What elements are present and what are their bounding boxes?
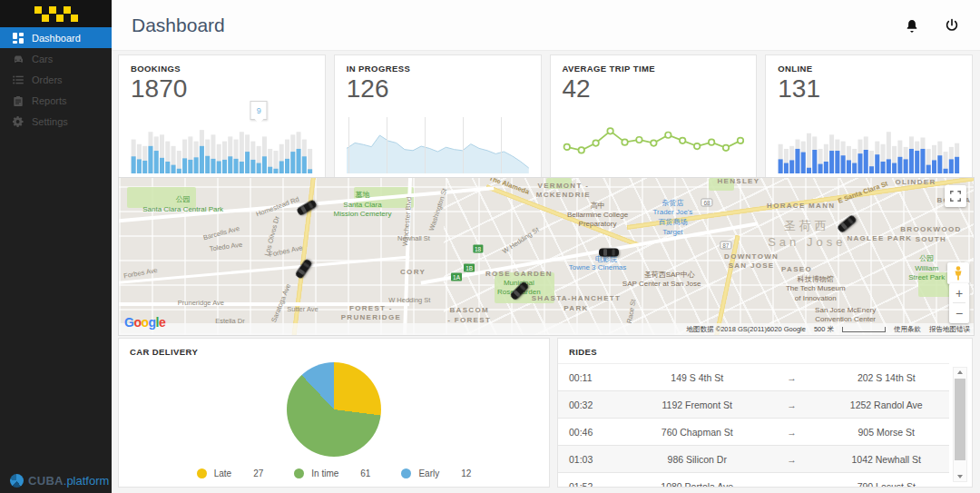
- sidebar-item-settings[interactable]: Settings: [0, 111, 112, 132]
- ride-to-cell: 202 S 14th St: [824, 372, 950, 383]
- card-online-value: 131: [778, 75, 960, 104]
- legend-value: 27: [253, 468, 263, 478]
- ride-from-cell: 1192 Fremont St: [634, 399, 760, 410]
- arrow-icon: →: [760, 399, 824, 410]
- card-online-title: ONLINE: [778, 64, 960, 74]
- chart-gridline: [463, 117, 464, 173]
- legend-value: 12: [461, 468, 471, 478]
- chart-gridline: [425, 117, 426, 173]
- bookings-bar-chart[interactable]: 9: [131, 126, 313, 173]
- sidebar-item-label: Orders: [32, 74, 63, 85]
- sidebar-item-orders[interactable]: Orders: [0, 69, 112, 90]
- table-row[interactable]: 01:03986 Silicon Dr→1042 Newhall St: [558, 446, 949, 473]
- scrollbar-up-arrow[interactable]: [954, 368, 966, 377]
- ride-time-cell: 00:11: [558, 372, 634, 383]
- arrow-icon: →: [760, 427, 824, 438]
- rides-scrollbar[interactable]: [953, 367, 967, 482]
- ride-from-cell: 149 S 4th St: [634, 372, 760, 383]
- map-attribution: 地图数据 ©2018 GS(2011)6020 Google 500 米 使用条…: [119, 323, 974, 335]
- ride-from-cell: 986 Silicon Dr: [634, 454, 760, 465]
- header: Dashboard: [112, 0, 980, 51]
- sidebar-item-reports[interactable]: Reports: [0, 90, 112, 111]
- map-zoom-in-button[interactable]: +: [949, 283, 969, 303]
- arrow-icon: →: [760, 372, 824, 383]
- card-bookings: BOOKINGS 1870 9: [118, 54, 326, 180]
- logout-power-icon[interactable]: [944, 17, 960, 34]
- chart-gridline: [348, 117, 349, 173]
- car-delivery-panel: CAR DELIVERY Late27In time61Early12: [118, 338, 550, 488]
- card-in-progress-value: 126: [347, 75, 529, 104]
- settings-icon: [12, 115, 24, 127]
- card-online: ONLINE 131: [765, 54, 973, 180]
- card-average-trip-time-value: 42: [563, 75, 745, 104]
- ride-from-cell: 1080 Portola Ave: [634, 481, 760, 488]
- map-scale-text: 500 米: [814, 325, 834, 334]
- rides-table: 00:11149 S 4th St→202 S 14th St00:321192…: [558, 363, 949, 487]
- notifications-bell-icon[interactable]: [904, 17, 920, 34]
- map-pegman-button[interactable]: [947, 262, 969, 284]
- cuba-platform-logo[interactable]: CUBA.platform: [10, 472, 109, 488]
- cuba-logo-icon: [10, 474, 24, 488]
- transit-stop-badge: 18: [473, 244, 483, 252]
- bar-tooltip: 9: [250, 101, 268, 120]
- sidebar-item-label: Reports: [32, 95, 67, 106]
- car-icon: [12, 53, 24, 64]
- map-fullscreen-button[interactable]: [945, 185, 966, 207]
- arrow-icon: →: [760, 481, 824, 488]
- google-logo[interactable]: Google: [124, 315, 165, 330]
- table-row[interactable]: 00:11149 S 4th St→202 S 14th St: [558, 364, 949, 391]
- page-title: Dashboard: [132, 15, 225, 36]
- map-zoom-controls: + −: [949, 283, 969, 323]
- ride-time-cell: 01:03: [558, 454, 634, 465]
- map-terms-link[interactable]: 使用条款: [894, 325, 921, 334]
- sidebar-item-label: Dashboard: [32, 33, 81, 44]
- sidebar-item-cars[interactable]: Cars: [0, 48, 112, 69]
- map-zoom-out-button[interactable]: −: [949, 303, 969, 323]
- bottom-panels-row: CAR DELIVERY Late27In time61Early12 RIDE…: [118, 338, 973, 488]
- map-report-error-link[interactable]: 报告地图错误: [929, 325, 970, 334]
- cuba-brand: CUBA: [28, 474, 64, 488]
- scrollbar-thumb[interactable]: [955, 379, 965, 460]
- sidebar-item-label: Settings: [32, 116, 68, 127]
- map-park: [546, 178, 572, 189]
- stat-cards-row: BOOKINGS 1870 9 IN PROGRESS 126 AVERAGE …: [118, 54, 973, 180]
- highway-shield: 68: [701, 198, 712, 206]
- ride-time-cell: 00:32: [558, 399, 634, 410]
- chart-gridline: [387, 117, 387, 173]
- sidebar-item-label: Cars: [32, 54, 53, 64]
- average-trip-time-line-chart[interactable]: [563, 113, 745, 166]
- ride-to-cell: 1042 Newhall St: [824, 454, 950, 465]
- legend-color-dot: [401, 468, 411, 478]
- transit-stop-badge: 1B: [464, 263, 475, 271]
- ride-from-cell: 760 Chapman St: [634, 427, 760, 438]
- sidebar-item-dashboard[interactable]: Dashboard: [0, 27, 112, 48]
- card-bookings-value: 1870: [131, 75, 313, 104]
- legend-item-late[interactable]: Late27: [197, 468, 264, 478]
- table-row[interactable]: 01:521080 Portola Ave→790 Locust St: [558, 473, 949, 488]
- scrollbar-down-arrow[interactable]: [954, 472, 966, 481]
- table-row[interactable]: 00:46760 Chapman St→905 Morse St: [558, 419, 949, 446]
- table-row[interactable]: 00:321192 Fremont St→1252 Randol Ave: [558, 391, 949, 419]
- card-bookings-title: BOOKINGS: [131, 64, 313, 74]
- in-progress-area-chart[interactable]: [347, 117, 529, 173]
- dashboard-icon: [12, 32, 24, 44]
- online-bar-chart[interactable]: [778, 126, 960, 173]
- legend-item-in-time[interactable]: In time61: [294, 468, 370, 478]
- car-delivery-pie-chart[interactable]: [287, 362, 381, 457]
- map-canvas[interactable]: + − Google 地图数据 ©2018 GS(2011)6020 Googl…: [118, 177, 975, 336]
- legend-item-early[interactable]: Early12: [401, 468, 471, 478]
- card-average-trip-time: AVERAGE TRIP TIME 42: [550, 54, 758, 180]
- rides-title: RIDES: [558, 339, 972, 360]
- map-park: [127, 187, 195, 207]
- ride-time-cell: 00:46: [558, 427, 634, 438]
- ride-to-cell: 1252 Randol Ave: [824, 399, 950, 410]
- legend-label: Early: [418, 468, 439, 478]
- orders-icon: [12, 74, 24, 85]
- sidebar-nav: DashboardCarsOrdersReportsSettings: [0, 27, 112, 132]
- taxi-checkers-icon: [34, 6, 78, 22]
- map-data-attribution: 地图数据 ©2018 GS(2011)6020 Google: [687, 325, 806, 334]
- taxi-car-marker: [598, 245, 620, 256]
- sidebar: DashboardCarsOrdersReportsSettings CUBA.…: [0, 0, 112, 493]
- legend-color-dot: [197, 468, 207, 478]
- car-delivery-legend: Late27In time61Early12: [119, 468, 549, 478]
